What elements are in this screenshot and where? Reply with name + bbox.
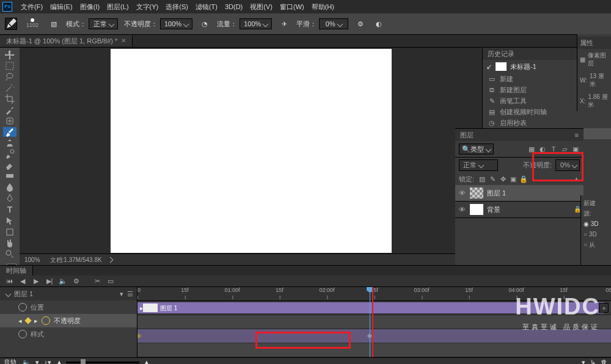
pen-tool-icon[interactable] [3, 193, 16, 203]
filter-shape-icon[interactable]: ▱ [560, 145, 569, 153]
timeline-layer-menu-icon[interactable]: ▾ [120, 289, 123, 298]
menu-type[interactable]: 文字(Y) [133, 2, 163, 11]
smoothing-value[interactable]: 0% [319, 18, 348, 29]
visibility-toggle-icon[interactable]: 👁 [458, 189, 466, 197]
trash-icon[interactable]: 🗑 [601, 358, 607, 364]
menu-select[interactable]: 选择(S) [162, 2, 192, 11]
timeline-prop-row[interactable]: ◂ ▸ 不透明度 [0, 314, 137, 327]
doc-info-value[interactable]: 文档:1.37M/543.8K [50, 256, 102, 264]
menu-image[interactable]: 图像(I) [76, 2, 103, 11]
status-flyout-icon[interactable] [107, 257, 113, 263]
next-frame-icon[interactable]: ▶| [44, 275, 55, 286]
menu-help[interactable]: 帮助(H) [308, 2, 338, 11]
timeline-prop-track[interactable] [137, 315, 611, 329]
document-canvas[interactable] [111, 49, 392, 253]
audio-track-label[interactable]: 音轨 [4, 358, 17, 364]
canvas-viewport[interactable] [20, 48, 482, 253]
airbrush-icon[interactable]: ✈ [278, 18, 290, 30]
zoom-value[interactable]: 100% [24, 256, 40, 264]
blur-tool-icon[interactable] [3, 182, 16, 192]
strip-radio[interactable]: ◉ 3D [582, 219, 610, 229]
timeline-opacity-track[interactable] [137, 329, 611, 343]
path-select-tool-icon[interactable] [3, 216, 16, 226]
stopwatch-icon[interactable] [18, 303, 27, 311]
menu-edit[interactable]: 编辑(E) [46, 2, 76, 11]
layer-filter-kind[interactable]: 🔍 类型 [459, 144, 494, 155]
layer-opacity-value[interactable]: 0% [555, 159, 580, 170]
menu-view[interactable]: 视图(V) [246, 2, 276, 11]
stopwatch-icon[interactable] [42, 316, 50, 325]
prev-keyframe-icon[interactable]: ◂ [18, 316, 22, 325]
next-keyframe-icon[interactable]: ▸ [34, 316, 38, 325]
expand-icon[interactable] [5, 291, 12, 297]
marquee-tool-icon[interactable] [3, 61, 16, 71]
timeline-layer-options-icon[interactable]: ☰ [127, 289, 133, 298]
zoom-tool-icon[interactable] [3, 249, 16, 259]
blend-mode-dropdown[interactable]: 正常 [459, 159, 498, 170]
timeline-tab[interactable]: 时间轴 [0, 266, 33, 275]
strip-radio[interactable]: ○ 3D [582, 229, 610, 239]
menu-filter[interactable]: 滤镜(T) [192, 2, 221, 11]
smoothing-gear-icon[interactable]: ⚙ [354, 18, 367, 30]
flow-value[interactable]: 100% [240, 18, 272, 29]
brush-panel-toggle-icon[interactable]: ▧ [48, 18, 60, 30]
menu-window[interactable]: 窗口(W) [276, 2, 308, 11]
crop-tool-icon[interactable] [3, 94, 16, 104]
hand-tool-icon[interactable] [3, 238, 16, 248]
playback-options-icon[interactable]: ⚙ [71, 275, 82, 286]
close-tab-icon[interactable]: ✕ [121, 37, 126, 45]
mode-dropdown[interactable]: 正常 [89, 18, 118, 29]
brush-preset[interactable]: 1102 [23, 15, 42, 32]
menu-layer[interactable]: 图层(L) [103, 2, 132, 11]
properties-title[interactable]: 属性 [580, 38, 593, 47]
lock-pixels-icon[interactable]: ✎ [488, 175, 497, 183]
add-media-button[interactable]: ＋ [599, 303, 609, 313]
audio-mute-icon[interactable]: 🔈 [22, 358, 31, 364]
first-frame-icon[interactable]: ⏮ [4, 275, 15, 286]
layer-name[interactable]: 背景 [487, 205, 500, 214]
lock-trans-icon[interactable]: ▨ [478, 175, 486, 183]
eyedropper-tool-icon[interactable] [3, 105, 16, 115]
pressure-opacity-icon[interactable]: ◔ [199, 18, 211, 30]
clone-tool-icon[interactable] [3, 138, 16, 148]
filter-smart-icon[interactable]: ▣ [571, 145, 580, 153]
history-brush-icon[interactable] [3, 149, 16, 159]
timeline-zoom-slider[interactable] [66, 362, 139, 363]
keyframe-add-icon[interactable] [24, 318, 31, 324]
props-w-value[interactable]: 13 厘米 [590, 72, 609, 88]
lock-position-icon[interactable]: ✥ [499, 175, 507, 183]
timeline-tracks-area[interactable]: 0015f01:00f15f02:00f15f03:00f15f04:00f15… [137, 287, 611, 357]
gradient-tool-icon[interactable] [3, 171, 16, 181]
strip-radio[interactable]: ○ 从 [582, 239, 610, 250]
render-icon[interactable]: ↳ [590, 358, 596, 364]
fill-slider-icon[interactable]: ▲ [573, 175, 580, 183]
filter-pixel-icon[interactable]: ▦ [527, 145, 536, 153]
panel-menu-icon[interactable]: ≡ [575, 131, 579, 139]
audio-menu-icon[interactable]: ▾ [35, 358, 39, 364]
filter-adjustment-icon[interactable]: ◐ [538, 145, 547, 153]
timeline-layer-row[interactable]: 图层 1 ▾ ☰ [0, 287, 137, 300]
lock-all-icon[interactable]: 🔒 [519, 175, 528, 183]
timeline-clip[interactable]: ▸ 图层 1 [137, 302, 604, 313]
move-tool-icon[interactable] [3, 50, 16, 60]
mute-icon[interactable]: 🔈 [57, 275, 68, 286]
shape-tool-icon[interactable] [3, 227, 16, 237]
menu-3d[interactable]: 3D(D) [221, 2, 246, 11]
timeline-prop-row[interactable]: 样式 [0, 327, 137, 341]
timeline-menu-icon[interactable]: ▾ [582, 358, 585, 364]
layer-row[interactable]: 👁 图层 1 [455, 185, 584, 202]
history-item[interactable]: ◷启用秒表 [483, 117, 611, 128]
strip-label[interactable]: 新建 [582, 198, 610, 208]
prev-frame-icon[interactable]: ◀ [17, 275, 28, 286]
timeline-prop-track[interactable] [137, 343, 611, 357]
stopwatch-icon[interactable] [18, 330, 27, 338]
timeline-prop-row[interactable]: 位置 [0, 300, 137, 314]
playhead[interactable] [370, 287, 370, 357]
props-x-value[interactable]: 1.86 厘米 [588, 93, 609, 109]
lasso-tool-icon[interactable] [3, 72, 16, 82]
brush-tool-icon[interactable] [3, 127, 16, 137]
play-icon[interactable]: ▶ [31, 275, 42, 286]
layer-name[interactable]: 图层 1 [487, 189, 506, 197]
type-tool-icon[interactable]: T [3, 204, 16, 215]
layer-row[interactable]: 👁 背景 🔒 [455, 202, 584, 218]
